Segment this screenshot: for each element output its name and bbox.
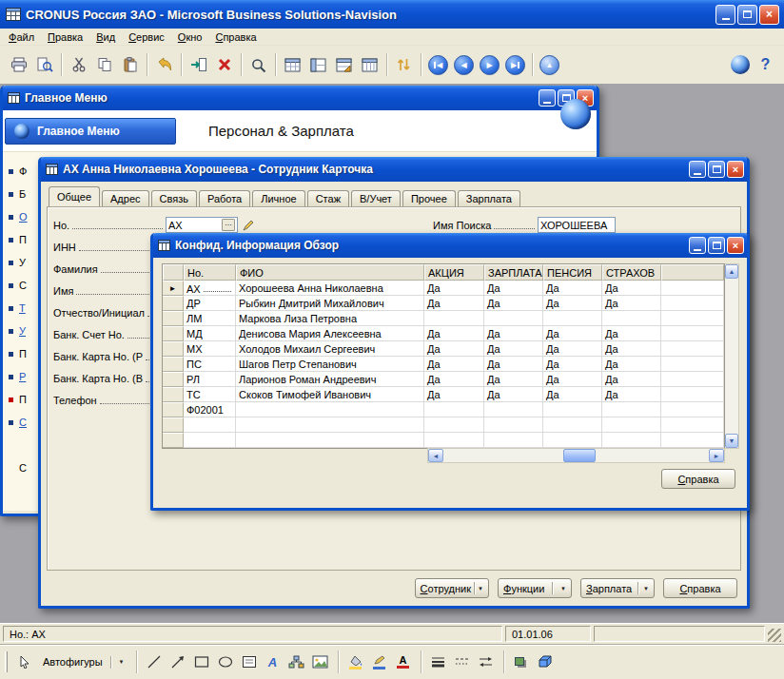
menu-tools[interactable]: Сервис xyxy=(122,30,171,44)
threed-style-button[interactable] xyxy=(535,651,556,672)
line-button[interactable] xyxy=(144,651,165,672)
first-record-button[interactable]: ◀ xyxy=(425,52,451,78)
sidebar-item[interactable]: Ф xyxy=(9,160,28,183)
up-one-level-button[interactable]: ▲ xyxy=(537,52,562,78)
confid-help-button[interactable]: Справка xyxy=(661,469,735,489)
close-button[interactable]: × xyxy=(727,237,744,254)
line-style-button[interactable] xyxy=(428,651,449,672)
sort-button[interactable] xyxy=(391,52,417,78)
tab-address[interactable]: Адрес xyxy=(102,190,149,206)
paste-button[interactable] xyxy=(117,52,143,78)
dash-style-button[interactable] xyxy=(452,651,473,672)
autoshapes-dropdown[interactable]: Автофигуры▼ xyxy=(38,651,129,672)
table-row[interactable]: МХХолодов Михаил СергеевичДаДаДаДа xyxy=(163,341,724,357)
list-view-button[interactable] xyxy=(280,52,305,78)
menu-file[interactable]: Файл xyxy=(2,30,41,44)
textbox-button[interactable] xyxy=(239,651,260,672)
sidebar-item[interactable]: П xyxy=(9,228,28,251)
sidebar-item[interactable]: У xyxy=(9,320,28,342)
table-row[interactable]: ДРРыбкин Дмитрий МихайловичДаДаДаДа xyxy=(163,296,724,311)
maximize-button[interactable] xyxy=(708,237,725,254)
table-row-empty[interactable] xyxy=(163,433,724,448)
find-button[interactable] xyxy=(245,52,271,78)
sidebar-item[interactable]: Б xyxy=(9,183,28,205)
horizontal-scrollbar[interactable]: ◄ ► xyxy=(427,448,725,463)
table-row[interactable]: ТССкоков Тимофей ИвановичДаДаДаДа xyxy=(163,387,724,402)
cut-button[interactable] xyxy=(66,52,91,78)
next-record-button[interactable]: ▶ xyxy=(477,52,502,78)
shadow-style-button[interactable] xyxy=(511,651,532,672)
tab-general[interactable]: Общее xyxy=(49,186,100,206)
fill-color-button[interactable] xyxy=(345,651,366,672)
menu-window[interactable]: Окно xyxy=(171,30,209,44)
last-record-button[interactable]: ▶ xyxy=(502,52,528,78)
maximize-button[interactable] xyxy=(708,161,725,178)
minimize-button[interactable] xyxy=(689,237,706,254)
vertical-scrollbar[interactable]: ▲ ▼ xyxy=(725,263,739,449)
menu-edit[interactable]: Правка xyxy=(41,30,89,44)
table-row[interactable]: ПСШагов Петр СтепановичДаДаДаДа xyxy=(163,357,724,372)
table-row[interactable]: ► АХ Хорошеева Анна НиколаевнаДаДаДаДа xyxy=(163,281,724,296)
row-selector[interactable]: ► xyxy=(163,281,184,296)
toolbar-handle[interactable] xyxy=(5,651,8,672)
tab-military[interactable]: В/Учет xyxy=(351,190,401,206)
delete-button[interactable] xyxy=(211,52,237,78)
resize-grip[interactable] xyxy=(768,629,781,642)
sidebar-item[interactable]: С xyxy=(9,411,28,434)
close-button[interactable]: × xyxy=(727,161,744,178)
table-row[interactable]: РЛЛарионов Роман АндреевичДаДаДаДа xyxy=(163,372,724,387)
scroll-left-button[interactable]: ◄ xyxy=(428,449,443,462)
main-menu-nav-button[interactable]: Главное Меню xyxy=(5,118,176,145)
sidebar-item[interactable]: П xyxy=(9,388,28,411)
card-help-button[interactable]: Справка xyxy=(663,578,737,598)
row-selector[interactable] xyxy=(163,387,184,402)
tab-work[interactable]: Работа xyxy=(199,190,250,206)
font-color-button[interactable]: A xyxy=(393,651,414,672)
print-button[interactable] xyxy=(6,52,31,78)
no-input[interactable]: АХ... xyxy=(166,217,238,233)
minimize-button[interactable] xyxy=(715,5,735,25)
assist-button[interactable]: ... xyxy=(222,219,235,231)
form-view-button[interactable] xyxy=(305,52,331,78)
tab-seniority[interactable]: Стаж xyxy=(307,190,349,206)
scroll-right-button[interactable]: ► xyxy=(709,449,724,462)
sidebar-item[interactable]: О xyxy=(9,205,28,228)
select-pointer-button[interactable] xyxy=(14,651,35,672)
tab-payroll[interactable]: Зарплата xyxy=(458,190,520,206)
tab-other[interactable]: Прочее xyxy=(402,190,456,206)
related-entries-button[interactable] xyxy=(331,52,357,78)
sidebar-item[interactable]: Т xyxy=(9,297,28,320)
sidebar-item[interactable]: П xyxy=(9,342,28,365)
copy-button[interactable] xyxy=(91,52,117,78)
row-selector[interactable] xyxy=(163,296,184,311)
rectangle-button[interactable] xyxy=(191,651,212,672)
search-name-input[interactable]: ХОРОШЕЕВА xyxy=(538,217,616,233)
menu-view[interactable]: Вид xyxy=(89,30,122,44)
row-selector[interactable] xyxy=(163,402,184,417)
minimize-button[interactable] xyxy=(689,161,706,178)
row-selector[interactable] xyxy=(163,311,184,326)
export-button[interactable] xyxy=(186,52,211,78)
sidebar-item[interactable]: Р xyxy=(9,365,28,388)
row-selector[interactable] xyxy=(163,341,184,357)
table-row[interactable]: ЛММаркова Лиза Петровна xyxy=(163,311,724,326)
menu-help[interactable]: Справка xyxy=(208,30,263,44)
wordart-button[interactable]: A xyxy=(263,651,284,672)
picture-button[interactable] xyxy=(310,651,331,672)
close-button[interactable]: × xyxy=(759,5,779,25)
tab-communication[interactable]: Связь xyxy=(151,190,197,206)
help-button[interactable]: ? xyxy=(753,52,778,78)
payroll-menu-button[interactable]: Зарплата▼ xyxy=(580,578,655,598)
tab-personal[interactable]: Личное xyxy=(252,190,304,206)
table-row[interactable]: МДДенисова Мария АлексеевнаДаДаДаДа xyxy=(163,326,724,341)
maximize-button[interactable] xyxy=(737,5,757,25)
scrollbar-thumb[interactable] xyxy=(563,449,596,462)
arrow-button[interactable] xyxy=(167,651,188,672)
row-selector[interactable] xyxy=(163,372,184,387)
sidebar-item[interactable]: У xyxy=(9,251,28,274)
oval-button[interactable] xyxy=(215,651,236,672)
scroll-up-button[interactable]: ▲ xyxy=(725,264,738,279)
undo-button[interactable] xyxy=(151,52,177,78)
sidebar-item[interactable]: С xyxy=(9,274,28,297)
previous-record-button[interactable]: ◀ xyxy=(451,52,477,78)
